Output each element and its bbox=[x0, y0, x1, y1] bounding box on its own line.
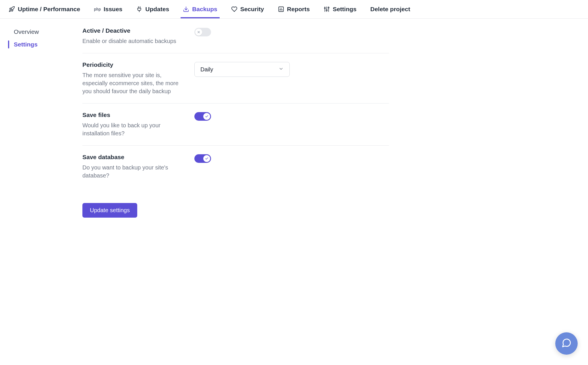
setting-text: Save files Would you like to back up you… bbox=[82, 112, 183, 137]
tab-label: Settings bbox=[333, 6, 357, 13]
tab-backups[interactable]: Backups bbox=[183, 0, 217, 18]
toggle-knob bbox=[203, 113, 210, 120]
tab-label: Updates bbox=[145, 6, 169, 13]
setting-control bbox=[194, 112, 211, 121]
setting-control bbox=[194, 27, 211, 36]
setting-text: Save database Do you want to backup your… bbox=[82, 154, 183, 179]
setting-title: Save files bbox=[82, 112, 183, 118]
setting-text: Active / Deactive Enable or disable auto… bbox=[82, 27, 183, 45]
setting-desc: The more sensitive your site is, especia… bbox=[82, 71, 183, 95]
setting-control: Daily bbox=[194, 61, 290, 77]
chat-fab[interactable] bbox=[555, 332, 578, 355]
svg-point-10 bbox=[328, 7, 329, 8]
periodicity-select[interactable]: Daily bbox=[194, 62, 290, 77]
chat-icon bbox=[561, 338, 572, 349]
toggle-knob bbox=[203, 155, 210, 162]
download-icon bbox=[183, 6, 189, 12]
heart-icon bbox=[231, 6, 237, 12]
setting-title: Periodicity bbox=[82, 61, 183, 68]
svg-point-6 bbox=[324, 8, 326, 9]
sidebar-item-label: Overview bbox=[14, 28, 39, 35]
tab-label: Delete project bbox=[370, 6, 410, 13]
setting-periodicity: Periodicity The more sensitive your site… bbox=[82, 53, 389, 104]
toggle-active[interactable] bbox=[194, 28, 211, 36]
sliders-icon bbox=[324, 6, 330, 12]
tab-label: Backups bbox=[192, 6, 217, 13]
toggle-save-database[interactable] bbox=[194, 154, 211, 163]
tab-updates[interactable]: Updates bbox=[136, 0, 169, 18]
chart-icon bbox=[278, 6, 284, 12]
svg-point-8 bbox=[326, 10, 327, 11]
php-icon: php bbox=[94, 7, 101, 11]
tab-uptime-performance[interactable]: Uptime / Performance bbox=[9, 0, 80, 18]
top-navigation: Uptime / Performance php Issues Updates … bbox=[0, 0, 588, 19]
tab-issues[interactable]: php Issues bbox=[94, 0, 122, 18]
tab-reports[interactable]: Reports bbox=[278, 0, 310, 18]
update-settings-button[interactable]: Update settings bbox=[82, 203, 137, 218]
plug-icon bbox=[136, 6, 142, 12]
setting-desc: Would you like to back up your installat… bbox=[82, 121, 183, 137]
sidebar: Overview Settings bbox=[0, 19, 73, 365]
select-value: Daily bbox=[200, 66, 213, 73]
toggle-save-files[interactable] bbox=[194, 112, 211, 121]
sidebar-item-label: Settings bbox=[14, 41, 38, 48]
tab-label: Security bbox=[240, 6, 264, 13]
tab-label: Uptime / Performance bbox=[18, 6, 80, 13]
tab-security[interactable]: Security bbox=[231, 0, 264, 18]
tab-label: Issues bbox=[104, 6, 122, 13]
setting-save-database: Save database Do you want to backup your… bbox=[82, 146, 389, 188]
setting-control bbox=[194, 154, 211, 163]
setting-title: Save database bbox=[82, 154, 183, 161]
sidebar-item-overview[interactable]: Overview bbox=[8, 26, 73, 38]
setting-active: Active / Deactive Enable or disable auto… bbox=[82, 27, 389, 53]
toggle-knob bbox=[195, 29, 202, 36]
setting-desc: Enable or disable automatic backups bbox=[82, 37, 183, 45]
setting-save-files: Save files Would you like to back up you… bbox=[82, 104, 389, 146]
chevron-down-icon bbox=[278, 66, 284, 73]
tab-delete-project[interactable]: Delete project bbox=[370, 0, 410, 18]
settings-form: Active / Deactive Enable or disable auto… bbox=[73, 19, 389, 365]
sidebar-item-settings[interactable]: Settings bbox=[8, 39, 73, 50]
tab-settings[interactable]: Settings bbox=[324, 0, 357, 18]
rocket-icon bbox=[9, 6, 15, 12]
setting-desc: Do you want to backup your site's databa… bbox=[82, 163, 183, 179]
tab-label: Reports bbox=[287, 6, 310, 13]
setting-title: Active / Deactive bbox=[82, 27, 183, 34]
setting-text: Periodicity The more sensitive your site… bbox=[82, 61, 183, 95]
